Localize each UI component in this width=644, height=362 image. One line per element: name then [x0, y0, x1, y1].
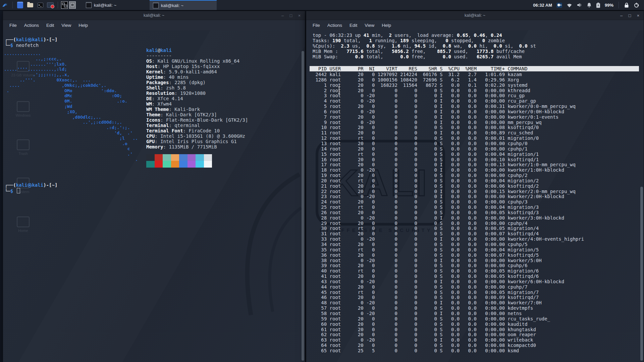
- taskbar-button[interactable]: kali@kali: ~: [83, 0, 150, 10]
- process-row: 62 root 20 0 0 0 0 S 0.0 0.0 0:00.00 oom…: [313, 332, 584, 338]
- battery-icon[interactable]: [596, 2, 600, 8]
- menu-view[interactable]: View: [58, 22, 75, 29]
- neofetch-field: Icons: Flat-Remix-Blue-Dark [GTK2/3]: [146, 117, 248, 123]
- palette-swatch: [204, 161, 212, 168]
- neofetch-field: Shell: zsh 5.8: [146, 85, 248, 90]
- process-row: 24 root 20 0 0 0 0 S 0.0 0.0 0:00.00 cpu…: [313, 199, 584, 205]
- process-row: 26 root 20 0 0 0 0 S 0.0 0.0 0:00.05 kso…: [313, 210, 584, 216]
- process-row: 60 root 20 0 0 0 0 S 0.0 0.0 0:00.00 kau…: [313, 322, 584, 327]
- maximize-button[interactable]: □: [289, 13, 293, 18]
- palette-swatch: [179, 161, 187, 168]
- menu-actions[interactable]: Actions: [20, 22, 43, 29]
- menu-help[interactable]: Help: [378, 22, 395, 29]
- folder-launcher[interactable]: [26, 1, 34, 9]
- left-window-titlebar[interactable]: kali@kali: ~ – □ ×: [3, 11, 305, 20]
- top-summary-line: top - 06:32:23 up 41 min, 2 users, load …: [313, 33, 536, 38]
- lock-icon[interactable]: [624, 2, 629, 8]
- folder-icon: [27, 3, 33, 7]
- process-row: 3 root 0 -20 0 0 0 I 0.0 0.0 0:00.00 rcu…: [313, 93, 584, 99]
- process-row: 14 root 20 0 0 0 0 S 0.0 0.0 0:00.00 cpu…: [313, 146, 584, 152]
- process-table-header[interactable]: PID USER PR NI VIRT RES SHR S %CPU %MEM …: [310, 66, 639, 71]
- process-row: 10 root 20 0 0 0 0 S 0.0 0.0 0:00.08 kso…: [313, 125, 584, 130]
- taskbar-button[interactable]: kali@kali: ~: [150, 0, 217, 10]
- neofetch-field: CPU: Intel i5-1035G1 (8) @ 3.600GHz: [146, 133, 248, 139]
- neofetch-field: Memory: 1135MiB / 7715MiB: [146, 144, 248, 149]
- xfce-top-panel: >_ kali@kali: ~kali@kali: ~ 06:32 AM: [0, 0, 644, 10]
- minimize-button[interactable]: –: [280, 13, 285, 18]
- right-menubar: FileActionsEditViewHelp: [306, 20, 644, 31]
- neofetch-title: kali@kali: [146, 48, 248, 53]
- menu-edit[interactable]: Edit: [43, 22, 58, 29]
- system-tray: 06:32 AM 99%: [533, 2, 644, 8]
- taskbar-button-label: kali@kali: ~: [94, 3, 116, 8]
- desktop-icon-home: Home: [10, 217, 36, 233]
- process-row: 1 root 20 0 168232 11564 8672 S 0.0 0.1 …: [313, 83, 584, 88]
- right-window-titlebar[interactable]: kali@kali: ~ – □ ×: [306, 11, 644, 20]
- process-row: 20 root rt 0 0 0 0 S 0.0 0.0 0:00.04 mig…: [313, 178, 584, 184]
- palette-swatch: [155, 154, 163, 161]
- right-terminal-content[interactable]: KALI BY OFFENSIVE SECURITY top - 06:32:2…: [306, 30, 644, 362]
- palette-swatch: [179, 154, 187, 161]
- volume-icon[interactable]: [577, 2, 582, 8]
- left-terminal-window: kali@kali: ~ – □ × FileActionsEditViewHe…: [3, 11, 305, 362]
- process-row: 1286 root 20 0 1000156 108420 72696 S 6.…: [313, 77, 584, 83]
- palette-swatch: [187, 154, 196, 161]
- right-scrollbar[interactable]: [640, 187, 643, 361]
- process-row: 31 root 20 0 0 0 0 S 0.0 0.0 0:00.07 kso…: [313, 231, 584, 237]
- wifi-icon[interactable]: [567, 3, 572, 8]
- process-row: 39 root 20 0 0 0 0 S 0.0 0.0 0:00.00 cpu…: [313, 263, 584, 268]
- left-scrollbar[interactable]: [302, 51, 304, 361]
- file-manager-launcher[interactable]: [16, 1, 24, 9]
- screen-recorder-icon: [47, 2, 54, 8]
- top-summary: top - 06:32:23 up 41 min, 2 users, load …: [313, 33, 536, 59]
- kali-menu-button[interactable]: [1, 1, 9, 9]
- taskbar-button-label: kali@kali: ~: [161, 3, 183, 8]
- maximize-button[interactable]: □: [628, 13, 632, 18]
- bell-icon[interactable]: [587, 2, 592, 8]
- process-table: 2442 kali 20 0 1297092 214224 60176 S 31…: [313, 72, 584, 354]
- process-row: 12 root rt 0 0 0 0 S 0.0 0.0 0:00.01 mig…: [313, 136, 584, 141]
- workspace-2[interactable]: [69, 1, 76, 9]
- menu-file[interactable]: File: [309, 22, 324, 29]
- process-row: 58 root 0 -20 0 0 0 I 0.0 0.0 0:00.00 ne…: [313, 311, 584, 316]
- process-row: 57 root 20 0 0 0 0 S 0.0 0.0 0:00.00 kde…: [313, 306, 584, 311]
- process-row: 38 root 0 -20 0 0 0 I 0.0 0.0 0:00.00 kw…: [313, 258, 584, 263]
- neofetch-field: WM: Xfwm4: [146, 101, 248, 107]
- minimize-button[interactable]: –: [619, 13, 624, 18]
- power-icon[interactable]: [634, 2, 639, 8]
- neofetch-field: Theme: Kali-Dark [GTK2/3]: [146, 112, 248, 117]
- palette-swatch: [204, 154, 212, 161]
- neofetch-field: DE: Xfce 4.14: [146, 96, 248, 101]
- process-row: 33 root 0 -20 0 0 0 I 0.0 0.0 0:00.00 kw…: [313, 237, 584, 242]
- process-row: 2 root 20 0 0 0 0 S 0.0 0.0 0:00.00 kthr…: [313, 88, 584, 94]
- process-row: 17 root 20 0 0 0 0 I 0.0 0.0 0:00.13 kwo…: [313, 162, 584, 168]
- palette-swatch: [196, 161, 204, 168]
- close-button[interactable]: ×: [297, 13, 302, 18]
- file-manager-icon: [17, 2, 23, 8]
- menu-edit[interactable]: Edit: [346, 22, 361, 29]
- shell-prompt: ┌──(kali㉿kali)-[~] └─$ neofetch: [5, 37, 57, 48]
- screen-recorder-launcher[interactable]: [46, 1, 54, 9]
- palette-swatch: [196, 154, 204, 161]
- left-terminal-content[interactable]: 23 GB VolumeWindowsTrashSystemHome ┌──(k…: [3, 30, 305, 362]
- process-row: 40 root rt 0 0 0 0 S 0.0 0.0 0:00.05 mig…: [313, 268, 584, 274]
- terminal-cursor: [17, 188, 20, 193]
- process-row: 16 root 20 0 0 0 0 S 0.0 0.0 0:00.10 kso…: [313, 157, 584, 163]
- kali-ascii-logo: .............. ..,;:ccc,. ......''';lxO.…: [4, 51, 138, 162]
- process-row: 7 root 20 0 0 0 0 I 0.0 0.0 0:00.00 kwor…: [313, 115, 584, 120]
- terminal-launcher[interactable]: >_: [36, 1, 44, 9]
- process-row: 43 root 0 -20 0 0 0 I 0.0 0.0 0:00.00 kw…: [313, 279, 584, 285]
- neofetch-field: Terminal: qterminal: [146, 123, 248, 128]
- menu-actions[interactable]: Actions: [324, 22, 346, 29]
- menu-view[interactable]: View: [361, 22, 378, 29]
- menu-file[interactable]: File: [6, 22, 20, 29]
- menu-help[interactable]: Help: [75, 22, 92, 29]
- clock[interactable]: 06:32 AM: [533, 3, 552, 8]
- kazam-tray-icon[interactable]: [556, 3, 562, 8]
- neofetch-field: Kernel: 5.9.0-kali1-amd64: [146, 69, 248, 74]
- process-row: 9 root 0 -20 0 0 0 I 0.0 0.0 0:00.00 mm_…: [313, 120, 584, 125]
- top-summary-line: MiB Mem : 7715.6 total, 5056.2 free, 885…: [313, 49, 536, 54]
- battery-percentage[interactable]: 99%: [605, 3, 613, 8]
- workspace-1[interactable]: [61, 1, 68, 9]
- close-button[interactable]: ×: [636, 13, 640, 18]
